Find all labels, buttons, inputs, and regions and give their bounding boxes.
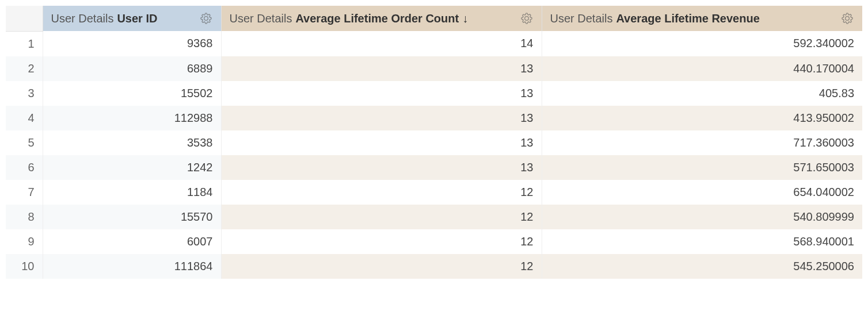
column-header-avg-order-count[interactable]: User Details Average Lifetime Order Coun… (221, 6, 542, 31)
cell-avg-revenue[interactable]: 540.809999 (542, 205, 862, 229)
cell-avg-order-count[interactable]: 13 (221, 106, 542, 130)
cell-avg-order-count[interactable]: 12 (221, 180, 542, 205)
cell-avg-order-count[interactable]: 14 (221, 31, 542, 56)
row-number: 7 (6, 180, 43, 205)
gear-icon[interactable] (840, 11, 854, 25)
cell-user-id[interactable]: 111864 (43, 254, 221, 279)
cell-user-id[interactable]: 6889 (43, 56, 221, 81)
cell-user-id[interactable]: 3538 (43, 130, 221, 155)
cell-avg-order-count[interactable]: 12 (221, 229, 542, 254)
table-row: 2 6889 13 440.170004 (6, 56, 862, 81)
results-table: User Details User ID User Details Averag… (6, 6, 862, 279)
column-header-user-id[interactable]: User Details User ID (43, 6, 221, 31)
cell-avg-revenue[interactable]: 568.940001 (542, 229, 862, 254)
cell-avg-revenue[interactable]: 717.360003 (542, 130, 862, 155)
cell-avg-order-count[interactable]: 12 (221, 205, 542, 229)
cell-avg-revenue[interactable]: 545.250006 (542, 254, 862, 279)
cell-avg-order-count[interactable]: 13 (221, 56, 542, 81)
row-number: 10 (6, 254, 43, 279)
row-number: 5 (6, 130, 43, 155)
cell-avg-order-count[interactable]: 13 (221, 130, 542, 155)
column-prefix: User Details (51, 12, 114, 25)
column-prefix: User Details (550, 12, 613, 25)
table-row: 10 111864 12 545.250006 (6, 254, 862, 279)
cell-user-id[interactable]: 15570 (43, 205, 221, 229)
row-number: 4 (6, 106, 43, 130)
cell-avg-revenue[interactable]: 592.340002 (542, 31, 862, 56)
table-row: 4 112988 13 413.950002 (6, 106, 862, 130)
column-field: User ID (117, 12, 157, 25)
row-number: 6 (6, 155, 43, 180)
gear-icon[interactable] (520, 11, 534, 25)
row-number: 3 (6, 81, 43, 106)
table-row: 9 6007 12 568.940001 (6, 229, 862, 254)
cell-user-id[interactable]: 9368 (43, 31, 221, 56)
sort-descending-icon: ↓ (462, 12, 468, 25)
row-number: 2 (6, 56, 43, 81)
table-row: 8 15570 12 540.809999 (6, 205, 862, 229)
row-number-header (6, 6, 43, 31)
table-row: 3 15502 13 405.83 (6, 81, 862, 106)
column-prefix: User Details (230, 12, 292, 25)
cell-avg-revenue[interactable]: 440.170004 (542, 56, 862, 81)
table-row: 7 1184 12 654.040002 (6, 180, 862, 205)
cell-user-id[interactable]: 1242 (43, 155, 221, 180)
cell-avg-revenue[interactable]: 405.83 (542, 81, 862, 106)
cell-user-id[interactable]: 112988 (43, 106, 221, 130)
row-number: 8 (6, 205, 43, 229)
cell-user-id[interactable]: 15502 (43, 81, 221, 106)
cell-avg-revenue[interactable]: 654.040002 (542, 180, 862, 205)
cell-avg-order-count[interactable]: 12 (221, 254, 542, 279)
cell-avg-order-count[interactable]: 13 (221, 81, 542, 106)
row-number: 1 (6, 31, 43, 56)
cell-user-id[interactable]: 1184 (43, 180, 221, 205)
table-row: 6 1242 13 571.650003 (6, 155, 862, 180)
table-row: 1 9368 14 592.340002 (6, 31, 862, 56)
column-field: Average Lifetime Order Count (295, 12, 459, 25)
gear-icon[interactable] (199, 11, 213, 25)
column-header-avg-revenue[interactable]: User Details Average Lifetime Revenue (542, 6, 862, 31)
cell-avg-order-count[interactable]: 13 (221, 155, 542, 180)
row-number: 9 (6, 229, 43, 254)
table-body: 1 9368 14 592.340002 2 6889 13 440.17000… (6, 31, 862, 279)
cell-user-id[interactable]: 6007 (43, 229, 221, 254)
table-row: 5 3538 13 717.360003 (6, 130, 862, 155)
cell-avg-revenue[interactable]: 413.950002 (542, 106, 862, 130)
column-field: Average Lifetime Revenue (616, 12, 759, 25)
cell-avg-revenue[interactable]: 571.650003 (542, 155, 862, 180)
